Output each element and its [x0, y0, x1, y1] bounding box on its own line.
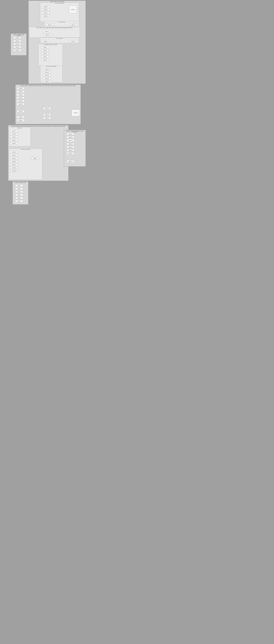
chapter-2-box: Chapter II The Duties and the Government…	[8, 125, 69, 181]
article-55[interactable]: Article 55	[72, 110, 80, 116]
part-6-label: Part 6 Scope of Application	[40, 66, 62, 67]
chapter-6-label: Chapter VI Supplementary Provisions	[11, 34, 27, 36]
article-20[interactable]: Article 20	[69, 40, 77, 42]
article-49[interactable]: Article 49	[17, 87, 25, 90]
article-14[interactable]: Article 14	[10, 157, 18, 160]
part-4-collusion: Part 4 Collusion with a Foreign Country …	[29, 27, 80, 38]
article-12[interactable]: Article 12	[10, 151, 18, 153]
chapter-6-box: Chapter VI Supplementary Provisions Arti…	[11, 34, 27, 56]
article-52[interactable]: Article 52	[17, 97, 25, 99]
article-42[interactable]: Article 42	[67, 136, 74, 138]
article-60[interactable]: Article 60	[17, 116, 25, 118]
article-21[interactable]: Article 21	[42, 40, 50, 42]
part-6-scope: Part 6 Scope of Application Article 36 A…	[40, 66, 62, 82]
article-3[interactable]: Article 3	[15, 191, 23, 193]
article-31[interactable]: Article 31	[41, 46, 49, 49]
article-64[interactable]: Article 64	[14, 43, 21, 45]
article-10[interactable]: Article 10	[10, 139, 18, 141]
chapter-4-box: Chapter IV Jurisdiction, Applicable Law …	[64, 130, 86, 166]
article-5[interactable]: Article 5	[15, 197, 23, 199]
part-1-duties-label: Part 1 Duties	[9, 128, 31, 128]
article-39[interactable]: Article 39	[43, 77, 51, 80]
article-57[interactable]: Article 57	[17, 110, 25, 112]
article-15[interactable]: Article 15	[10, 160, 18, 163]
part-5-other: Part 5 Other Provisions on Penalty Artic…	[39, 44, 63, 66]
part-1-duties: Part 1 Duties Article 7 Article 8 Articl…	[9, 127, 31, 146]
chapter-1-label: Chapter I General Principles	[13, 182, 28, 183]
chapter-2-label: Chapter II The Duties and the Government…	[8, 126, 68, 127]
chapter-3-label: Chapter III Offences and Penalties	[29, 1, 86, 2]
article-63[interactable]: Article 63	[14, 40, 21, 42]
part-4-label: Part 4 Collusion with a Foreign Country …	[29, 27, 80, 28]
article-7[interactable]: Article 7	[10, 130, 18, 132]
article-32[interactable]: Article 32	[41, 50, 49, 52]
article-19[interactable]: Article 19	[10, 170, 18, 172]
article-53[interactable]: Article 53	[17, 100, 25, 102]
article-11[interactable]: Article 11	[10, 142, 18, 144]
article-26[interactable]: Article 26	[42, 8, 50, 11]
article-28[interactable]: Article 28	[42, 15, 50, 17]
article-24[interactable]: Article 24	[69, 6, 77, 14]
article-9[interactable]: Article 9	[10, 136, 18, 138]
part-2-govbodies: Part 2 Government Bodies Article 12 Arti…	[9, 148, 42, 180]
article-18[interactable]: Article 18	[10, 166, 18, 169]
article-27[interactable]: Article 27	[42, 12, 50, 14]
chapter-4-label: Chapter IV Jurisdiction, Applicable Law …	[64, 130, 86, 132]
article-29[interactable]: Article 29	[43, 30, 51, 33]
part-2-govbodies-label: Part 2 Government Bodies	[9, 149, 42, 150]
chapter-5-label: Chapter V Office for Safeguarding Nation…	[16, 85, 81, 86]
article-13[interactable]: Article 13	[10, 154, 18, 156]
article-43[interactable]: Article 43	[66, 139, 75, 142]
part-1-secession: Part 1 Secession Article 21 Article 20	[40, 38, 79, 43]
article-16[interactable]: Article 16	[31, 157, 39, 160]
article-8[interactable]: Article 8	[10, 133, 18, 135]
article-54[interactable]: Article 54	[17, 103, 25, 105]
article-41[interactable]: Article 41	[67, 133, 74, 135]
article-4[interactable]: Article 4	[15, 194, 23, 196]
article-33[interactable]: Article 33	[41, 52, 49, 55]
article-48[interactable]: Article 48	[67, 160, 74, 162]
article-40[interactable]: Article 40	[43, 80, 51, 83]
chapter-1-box: Chapter I General Principles Article 1 A…	[13, 182, 29, 204]
chapter-3-box: Chapter III Offences and Penalties Part …	[29, 0, 86, 84]
article-66[interactable]: Article 66	[14, 49, 21, 52]
part-5-label: Part 5 Other Provisions on Penalty	[39, 44, 63, 45]
article-65[interactable]: Article 65	[14, 46, 21, 48]
part-2-label: Part 2 Subversion	[44, 22, 79, 23]
article-35[interactable]: Article 35	[41, 59, 49, 61]
chapter-5-box: Chapter V Office for Safeguarding Nation…	[15, 84, 81, 124]
article-58[interactable]: Article 58	[43, 114, 51, 116]
article-23[interactable]: Article 23	[46, 24, 54, 26]
article-59[interactable]: Article 59	[43, 117, 51, 119]
article-47[interactable]: Article 47	[67, 152, 74, 154]
article-22[interactable]: Article 22	[69, 24, 77, 26]
article-51[interactable]: Article 51	[17, 94, 25, 96]
article-46[interactable]: Article 46	[67, 149, 74, 151]
article-38[interactable]: Article 38	[43, 74, 51, 76]
article-17[interactable]: Article 17	[10, 164, 18, 166]
part-1-label: Part 1 Secession	[40, 38, 79, 39]
article-62[interactable]: Article 62	[14, 36, 21, 39]
article-1[interactable]: Article 1	[15, 184, 23, 187]
article-36[interactable]: Article 36	[43, 68, 51, 70]
article-34[interactable]: Article 34	[41, 56, 49, 58]
article-61[interactable]: Article 61	[17, 119, 25, 122]
article-2[interactable]: Article 2	[15, 188, 23, 190]
article-25[interactable]: Article 25	[42, 6, 50, 8]
part-3-label: Part 3 Terrorist Activities	[40, 3, 79, 4]
part-3-terrorist: Part 3 Terrorist Activities Article 25 A…	[40, 2, 79, 22]
article-56[interactable]: Article 56	[43, 107, 51, 110]
article-44[interactable]: Article 44	[67, 143, 74, 145]
article-6[interactable]: Article 6	[15, 200, 23, 202]
article-30[interactable]: Article 30	[44, 34, 51, 36]
part-2-subversion: Part 2 Subversion Article 23 Article 22	[44, 21, 79, 27]
article-50[interactable]: Article 50	[17, 90, 25, 93]
article-45[interactable]: Article 45	[67, 146, 74, 148]
article-37[interactable]: Article 37	[43, 71, 51, 74]
